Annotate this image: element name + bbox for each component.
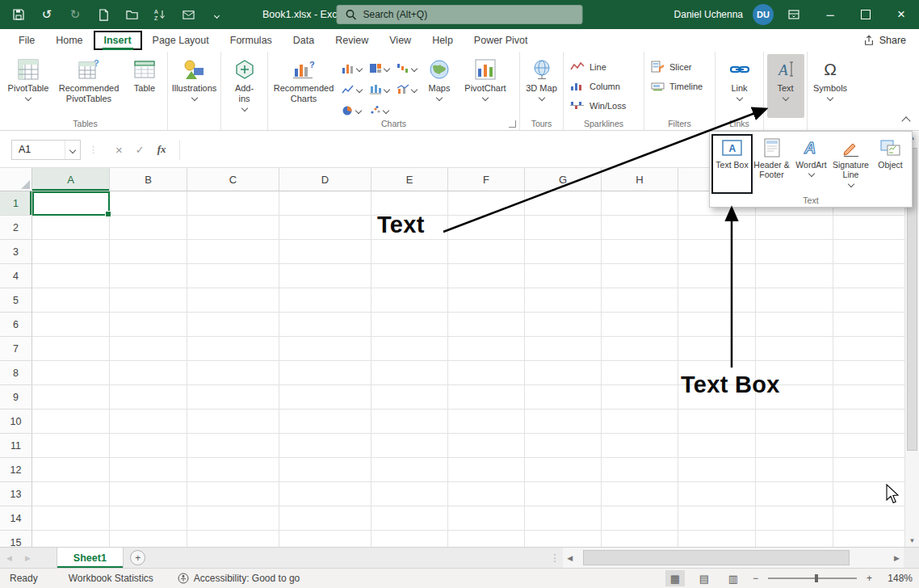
threed-map-button[interactable]: 3D Map: [524, 54, 560, 118]
search-box[interactable]: Search (Alt+Q): [337, 5, 583, 24]
cell[interactable]: [678, 240, 756, 264]
tab-data[interactable]: Data: [283, 31, 325, 50]
row-header[interactable]: 10: [0, 410, 32, 434]
cell[interactable]: [32, 240, 110, 264]
cell[interactable]: [32, 288, 110, 313]
cell[interactable]: [525, 361, 602, 385]
cell[interactable]: [187, 361, 279, 385]
cell[interactable]: [756, 337, 833, 361]
cell[interactable]: [602, 482, 678, 506]
row-header[interactable]: 15: [0, 531, 32, 547]
tab-power-pivot[interactable]: Power Pivot: [464, 31, 539, 50]
cell[interactable]: [110, 216, 187, 240]
cell[interactable]: [110, 531, 187, 547]
addins-button[interactable]: Add-ins: [230, 54, 259, 118]
cell[interactable]: [187, 264, 279, 288]
cell[interactable]: [110, 410, 187, 434]
hscroll-left-icon[interactable]: [563, 548, 577, 568]
cell[interactable]: [110, 264, 187, 288]
row-header[interactable]: 6: [0, 313, 32, 337]
cell[interactable]: [187, 458, 279, 482]
cell[interactable]: [110, 482, 187, 506]
cell[interactable]: [833, 264, 904, 288]
cell[interactable]: [678, 531, 756, 547]
cell[interactable]: [110, 361, 187, 385]
cell[interactable]: [525, 506, 602, 531]
cell[interactable]: [110, 458, 187, 482]
cell[interactable]: [833, 337, 904, 361]
sheet-tab-sheet1[interactable]: Sheet1: [57, 548, 124, 568]
email-icon[interactable]: [181, 7, 195, 22]
cell[interactable]: [32, 264, 110, 288]
cell[interactable]: [371, 482, 448, 506]
cell[interactable]: [279, 458, 371, 482]
cell[interactable]: [448, 264, 525, 288]
cell[interactable]: [525, 240, 602, 264]
cell[interactable]: [448, 216, 525, 240]
cell[interactable]: [833, 434, 904, 458]
cell[interactable]: [110, 506, 187, 531]
cell[interactable]: [279, 482, 371, 506]
cell[interactable]: [110, 385, 187, 410]
sparkline-winloss-button[interactable]: Win/Loss: [565, 96, 631, 115]
cell[interactable]: [448, 385, 525, 410]
cell[interactable]: [279, 313, 371, 337]
cell[interactable]: [756, 531, 833, 547]
tab-home[interactable]: Home: [45, 31, 93, 50]
timeline-button[interactable]: Timeline: [646, 77, 707, 95]
new-file-icon[interactable]: [96, 7, 111, 22]
menu-item-signature-line[interactable]: Signature Line: [831, 135, 871, 193]
cell[interactable]: [525, 288, 602, 313]
cell[interactable]: [279, 240, 371, 264]
cell[interactable]: [756, 264, 833, 288]
close-button[interactable]: [883, 0, 919, 29]
cell[interactable]: [371, 288, 448, 313]
recommended-charts-button[interactable]: ? Recommended Charts: [270, 54, 338, 118]
open-icon[interactable]: [124, 7, 139, 22]
cell[interactable]: [187, 410, 279, 434]
text-button[interactable]: A Text: [767, 54, 804, 118]
cell[interactable]: [756, 216, 833, 240]
row-header[interactable]: 9: [0, 385, 32, 410]
column-header[interactable]: C: [187, 168, 279, 191]
row-header[interactable]: 3: [0, 240, 32, 264]
cell[interactable]: [833, 361, 904, 385]
cell[interactable]: [448, 458, 525, 482]
cell[interactable]: [525, 337, 602, 361]
cell[interactable]: [279, 264, 371, 288]
cell[interactable]: [32, 385, 110, 410]
insert-scatter-chart-button[interactable]: [365, 99, 392, 120]
cell[interactable]: [833, 313, 904, 337]
cell[interactable]: [371, 458, 448, 482]
cell[interactable]: [279, 385, 371, 410]
cell[interactable]: [110, 288, 187, 313]
redo-icon[interactable]: [68, 7, 82, 22]
cell[interactable]: [448, 531, 525, 547]
cell[interactable]: [371, 337, 448, 361]
user-avatar[interactable]: DU: [753, 4, 774, 25]
cell[interactable]: [448, 506, 525, 531]
cell[interactable]: [525, 313, 602, 337]
user-name[interactable]: Daniel Uchenna: [674, 9, 743, 20]
cell[interactable]: [371, 240, 448, 264]
cell[interactable]: [525, 264, 602, 288]
tab-review[interactable]: Review: [325, 31, 379, 50]
row-header[interactable]: 2: [0, 216, 32, 240]
row-header[interactable]: 5: [0, 288, 32, 313]
sort-icon[interactable]: AZ: [153, 7, 167, 22]
name-box[interactable]: A1: [11, 140, 81, 160]
cell[interactable]: [371, 434, 448, 458]
cell[interactable]: [110, 191, 187, 216]
cell[interactable]: [602, 288, 678, 313]
insert-waterfall-chart-button[interactable]: [392, 57, 420, 78]
row-header[interactable]: 14: [0, 506, 32, 531]
cell[interactable]: [756, 434, 833, 458]
cell[interactable]: [371, 410, 448, 434]
cell[interactable]: [187, 337, 279, 361]
cell[interactable]: [371, 361, 448, 385]
cell[interactable]: [678, 506, 756, 531]
cell[interactable]: [32, 458, 110, 482]
zoom-level[interactable]: 148%: [882, 573, 913, 584]
cell[interactable]: [833, 531, 904, 547]
cell[interactable]: [602, 240, 678, 264]
